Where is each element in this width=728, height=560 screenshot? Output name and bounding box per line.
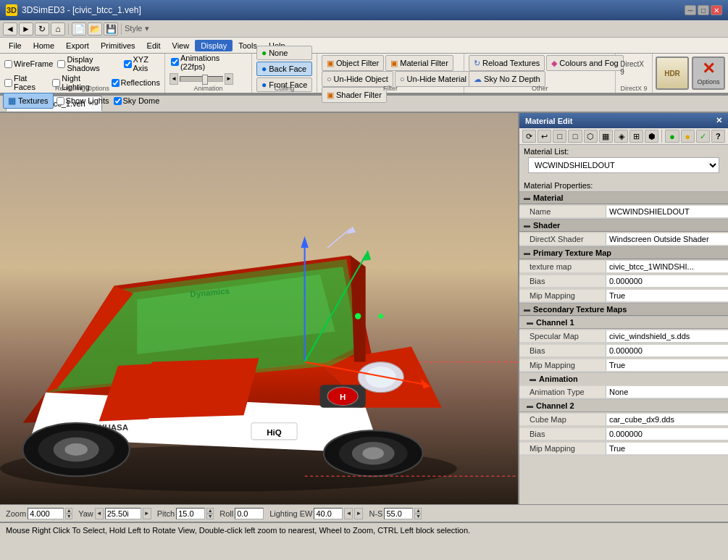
material-filter-button[interactable]: ▣ Material Filter: [385, 55, 453, 71]
none-button[interactable]: ● None: [256, 46, 312, 60]
animation-subsection-header[interactable]: ▬ Animation: [519, 372, 728, 385]
wireframe-checkbox[interactable]: WireFrame: [3, 59, 54, 68]
object-filter-button[interactable]: ▣ Object Filter: [322, 55, 384, 71]
menu-view[interactable]: View: [167, 40, 196, 51]
refresh-button[interactable]: ↻: [35, 22, 49, 35]
ns-up[interactable]: ▲: [414, 508, 422, 514]
channel1-label: Channel 1: [536, 318, 574, 327]
menu-edit[interactable]: Edit: [141, 40, 167, 51]
minimize-button[interactable]: ─: [685, 5, 696, 15]
animations-checkbox[interactable]: Animations (22fps): [170, 54, 247, 71]
pitch-down[interactable]: ▼: [206, 514, 214, 519]
home-button[interactable]: ⌂: [51, 22, 65, 35]
wireframe-check[interactable]: [4, 60, 12, 68]
directx-label: DirectX 9: [620, 60, 648, 76]
menu-export[interactable]: Export: [60, 40, 95, 51]
anim-next[interactable]: ►: [225, 73, 233, 85]
primary-texture-header-label: Primary Texture Map: [533, 248, 611, 257]
ch1-mip-row: Mip Mapping True: [519, 358, 728, 372]
back-button[interactable]: ◄: [3, 22, 17, 35]
menu-primitives[interactable]: Primitives: [95, 40, 141, 51]
lighting-ew-input[interactable]: [314, 508, 343, 519]
show-lights-checkbox[interactable]: Show Lights: [55, 96, 111, 105]
sky-dome-check[interactable]: [114, 97, 122, 105]
pitch-spinner[interactable]: ▲ ▼: [206, 508, 214, 519]
panel-btn3[interactable]: □: [553, 130, 566, 143]
zoom-down[interactable]: ▼: [65, 514, 72, 519]
panel-back-button[interactable]: ↩: [537, 130, 551, 143]
panel-yellow-btn[interactable]: ●: [681, 130, 695, 143]
primary-texture-collapse-icon: ▬: [524, 249, 530, 256]
menu-file[interactable]: File: [3, 40, 28, 51]
zoom-up[interactable]: ▲: [65, 508, 72, 514]
close-button[interactable]: ✕: [711, 5, 722, 15]
shader-section-header[interactable]: ▬ Shader: [519, 219, 728, 232]
panel-btn7[interactable]: ◈: [614, 130, 628, 143]
lighting-ew-next[interactable]: ►: [354, 508, 363, 519]
menu-display[interactable]: Display: [195, 40, 233, 51]
show-lights-check[interactable]: [57, 97, 64, 105]
animations-check[interactable]: [171, 58, 179, 66]
pitch-up[interactable]: ▲: [206, 508, 214, 514]
display-shadows-check[interactable]: [57, 60, 65, 68]
sky-dome-checkbox[interactable]: Sky Dome: [112, 96, 162, 105]
channel1-header[interactable]: ▬ Channel 1: [519, 316, 728, 329]
back-face-button[interactable]: ● Back Face: [256, 62, 312, 76]
yaw-input[interactable]: [105, 508, 141, 519]
ns-down[interactable]: ▼: [414, 514, 422, 519]
ch1-bias-value: 0.000000: [606, 345, 728, 356]
xyz-axis-check[interactable]: [124, 60, 132, 68]
material-list-dropdown[interactable]: WCWINDSHIELDOUT: [528, 157, 719, 173]
panel-btn5[interactable]: ⬡: [584, 130, 598, 143]
open-button[interactable]: 📂: [88, 22, 102, 35]
panel-btn4[interactable]: □: [568, 130, 582, 143]
ns-field: N-S ▲ ▼: [369, 508, 422, 519]
panel-close-button[interactable]: ✕: [716, 116, 722, 125]
ns-label: N-S: [369, 509, 382, 518]
reload-textures-button[interactable]: ↻ Reload Textures: [469, 55, 545, 71]
channel2-header[interactable]: ▬ Channel 2: [519, 399, 728, 412]
panel-content: Material List: WCWINDSHIELDOUT Material …: [519, 145, 728, 504]
panel-green-btn[interactable]: ●: [665, 130, 679, 143]
roll-input[interactable]: [235, 508, 264, 519]
display-shadows-checkbox[interactable]: Display Shadows: [56, 55, 120, 72]
secondary-texture-header[interactable]: ▬ Secondary Texture Maps: [519, 303, 728, 316]
panel-btn9[interactable]: ⬢: [645, 130, 658, 143]
forward-button[interactable]: ►: [19, 22, 33, 35]
panel-btn8[interactable]: ⊞: [629, 130, 643, 143]
lighting-ew-prev[interactable]: ◄: [344, 508, 353, 519]
texture-map-row: texture map civic_btcc_1WINDSHI...: [519, 259, 728, 274]
panel-undo-button[interactable]: ⟳: [522, 130, 536, 143]
xyz-axis-checkbox[interactable]: XYZ Axis: [122, 55, 162, 72]
zoom-spinner[interactable]: ▲ ▼: [65, 508, 72, 519]
menu-home[interactable]: Home: [28, 40, 60, 51]
panel-btn6[interactable]: ▦: [599, 130, 613, 143]
svg-point-24: [64, 443, 88, 456]
zoom-input[interactable]: [28, 508, 64, 519]
textures-button[interactable]: ▦ Textures: [3, 93, 54, 109]
yaw-next[interactable]: ►: [143, 508, 151, 519]
culling-group-label: Culling: [252, 85, 317, 92]
specular-map-value: civic_windshield_s.dds: [606, 330, 728, 342]
viewport[interactable]: H YUASA HiQ: [0, 113, 518, 504]
anim-type-value: None: [606, 386, 728, 398]
options-button[interactable]: ✕ Options: [692, 57, 725, 90]
panel-check-btn[interactable]: ✓: [696, 130, 710, 143]
primary-texture-header[interactable]: ▬ Primary Texture Map: [519, 246, 728, 259]
ns-input[interactable]: [384, 508, 413, 519]
maximize-button[interactable]: □: [698, 5, 709, 15]
style-dropdown[interactable]: Style ▾: [125, 24, 149, 33]
yaw-prev[interactable]: ◄: [95, 508, 104, 519]
specular-map-label: Specular Map: [519, 330, 606, 342]
ch1-bias-label: Bias: [519, 345, 606, 356]
colours-fog-button[interactable]: ◆ Colours and Fog: [546, 55, 623, 71]
ns-spinner[interactable]: ▲ ▼: [414, 508, 422, 519]
pitch-input[interactable]: [176, 508, 205, 519]
new-button[interactable]: 📄: [72, 22, 86, 35]
panel-help-btn[interactable]: ?: [711, 130, 725, 143]
animation-slider[interactable]: ◄ ►: [170, 73, 247, 85]
hdr-button[interactable]: HDR: [656, 57, 689, 90]
material-section-header[interactable]: ▬ Material: [519, 191, 728, 204]
anim-prev[interactable]: ◄: [170, 73, 178, 85]
save-button[interactable]: 💾: [104, 22, 118, 35]
